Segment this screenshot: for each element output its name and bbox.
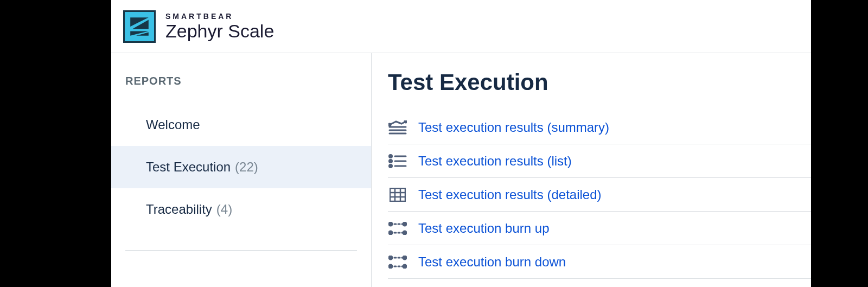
sidebar-item-traceability[interactable]: Traceability (4) xyxy=(111,188,371,231)
svg-point-28 xyxy=(403,256,406,259)
sidebar-item-welcome[interactable]: Welcome xyxy=(111,104,371,146)
burn-chart-icon xyxy=(388,254,407,270)
burn-chart-icon xyxy=(388,220,407,237)
report-link-label: Test execution results (list) xyxy=(418,154,572,169)
svg-point-7 xyxy=(388,124,391,126)
svg-point-22 xyxy=(403,222,406,226)
report-link-label: Test execution burn down xyxy=(418,254,566,270)
report-link-label: Test execution burn up xyxy=(418,221,550,236)
report-link-list[interactable]: Test execution results (list) xyxy=(388,144,811,178)
grid-icon xyxy=(388,187,407,203)
logo-block: SMARTBEAR Zephyr Scale xyxy=(123,10,274,43)
zephyr-logo-icon xyxy=(123,10,156,43)
sidebar-item-test-execution[interactable]: Test Execution (22) xyxy=(111,146,371,188)
report-link-burn-down[interactable]: Test execution burn down xyxy=(388,245,811,279)
black-margin-right xyxy=(811,0,868,287)
sidebar-divider xyxy=(125,250,357,251)
page-title: Test Execution xyxy=(388,69,811,95)
sidebar: REPORTS Welcome Test Execution (22) Trac… xyxy=(111,53,372,287)
svg-point-11 xyxy=(390,160,392,162)
svg-point-9 xyxy=(390,155,392,157)
sidebar-item-label: Traceability xyxy=(146,202,212,217)
report-link-label: Test execution results (detailed) xyxy=(418,187,602,202)
report-link-label: Test execution results (summary) xyxy=(418,120,609,135)
sidebar-item-count: (22) xyxy=(235,160,258,175)
sidebar-item-label: Test Execution xyxy=(146,160,231,175)
summary-chart-icon xyxy=(388,119,407,136)
report-link-detailed[interactable]: Test execution results (detailed) xyxy=(388,178,811,212)
sidebar-title: REPORTS xyxy=(111,75,371,104)
product-label: Zephyr Scale xyxy=(165,22,274,41)
sidebar-item-label: Welcome xyxy=(146,117,200,132)
svg-point-25 xyxy=(403,231,406,234)
svg-point-31 xyxy=(403,265,406,268)
list-icon xyxy=(388,153,407,169)
app-container: SMARTBEAR Zephyr Scale REPORTS Welcome T… xyxy=(111,0,811,287)
svg-point-13 xyxy=(390,164,392,167)
svg-rect-15 xyxy=(390,188,405,201)
brand-label: SMARTBEAR xyxy=(165,12,274,21)
main-panel: Test Execution Test execution results (s… xyxy=(372,53,811,287)
black-margin-left xyxy=(0,0,111,287)
report-link-summary[interactable]: Test execution results (summary) xyxy=(388,111,811,144)
report-link-burn-up[interactable]: Test execution burn up xyxy=(388,212,811,245)
app-header: SMARTBEAR Zephyr Scale xyxy=(111,0,811,53)
svg-point-8 xyxy=(405,120,407,123)
sidebar-item-count: (4) xyxy=(216,202,232,217)
